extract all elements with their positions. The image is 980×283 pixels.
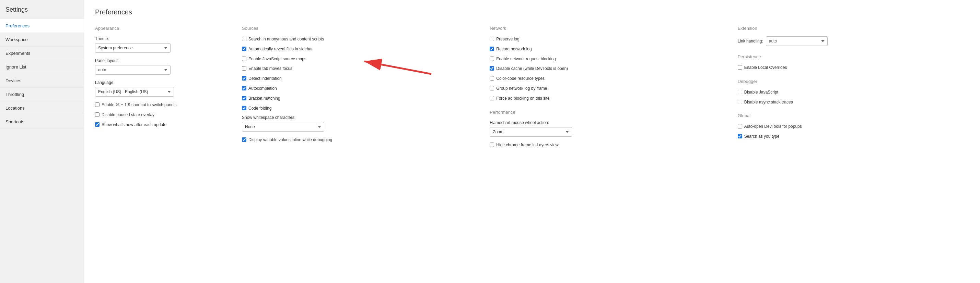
checkbox-autocompletion: Autocompletion: [242, 85, 473, 92]
flamechart-label: Flamechart mouse wheel action:: [490, 120, 721, 125]
checkbox-js-source-maps-input[interactable]: [242, 57, 247, 61]
sidebar: Settings Preferences Workspace Experimen…: [0, 0, 84, 283]
checkbox-anonymous-input[interactable]: [242, 37, 247, 41]
checkbox-search-type-input[interactable]: [738, 134, 742, 138]
checkbox-group-network: Group network log by frame: [490, 85, 721, 92]
panel-layout-label: Panel layout:: [95, 58, 226, 63]
sidebar-item-ignore-list[interactable]: Ignore List: [0, 60, 84, 74]
checkbox-anonymous-label[interactable]: Search in anonymous and content scripts: [248, 36, 324, 42]
checkbox-js-source-maps: Enable JavaScript source maps: [242, 56, 473, 62]
checkbox-local-overrides: Enable Local Overrides: [738, 65, 969, 71]
checkbox-local-overrides-input[interactable]: [738, 65, 742, 70]
checkbox-code-folding-label[interactable]: Code folding: [248, 106, 271, 111]
checkbox-preserve-log: Preserve log: [490, 36, 721, 42]
checkbox-tab-focus-label[interactable]: Enable tab moves focus: [248, 66, 292, 72]
checkbox-bracket-label[interactable]: Bracket matching: [248, 96, 280, 101]
checkbox-detect-indent-label[interactable]: Detect indentation: [248, 76, 282, 82]
language-label: Language:: [95, 80, 226, 85]
sidebar-item-shortcuts[interactable]: Shortcuts: [0, 115, 84, 129]
checkbox-record-network-label[interactable]: Record network log: [496, 46, 531, 52]
whitespace-select[interactable]: None All Trailing: [242, 122, 324, 131]
whitespace-label: Show whitespace characters:: [242, 115, 473, 120]
checkbox-autocompletion-input[interactable]: [242, 86, 247, 90]
checkbox-debug-inline: Display variable values inline while deb…: [242, 137, 473, 143]
checkbox-autocompletion-label[interactable]: Autocompletion: [248, 85, 277, 92]
content-area: Appearance Theme: System preference Ligh…: [95, 24, 969, 152]
checkbox-preserve-log-label[interactable]: Preserve log: [496, 36, 519, 42]
theme-label: Theme:: [95, 36, 226, 41]
checkbox-detect-indent: Detect indentation: [242, 76, 473, 82]
checkbox-js-source-maps-label[interactable]: Enable JavaScript source maps: [248, 56, 306, 62]
panel-layout-group: Panel layout: auto horizontal vertical: [95, 58, 226, 75]
checkbox-network-blocking-input[interactable]: [490, 57, 494, 61]
checkbox-debug-inline-input[interactable]: [242, 138, 247, 142]
sidebar-item-locations[interactable]: Locations: [0, 101, 84, 115]
checkbox-paused-state-input[interactable]: [95, 112, 100, 117]
language-group: Language: English (US) - English (US) Sp…: [95, 80, 226, 96]
sources-section: Sources Search in anonymous and content …: [242, 24, 473, 147]
checkbox-hide-chrome-input[interactable]: [490, 142, 494, 147]
checkbox-color-code-input[interactable]: [490, 76, 494, 81]
checkbox-force-ad-blocking: Force ad blocking on this site: [490, 96, 721, 101]
sections-grid: Appearance Theme: System preference Ligh…: [95, 24, 969, 152]
checkbox-record-network: Record network log: [490, 46, 721, 52]
checkbox-code-folding-input[interactable]: [242, 106, 247, 110]
sidebar-item-devices[interactable]: Devices: [0, 74, 84, 88]
checkbox-disable-async-input[interactable]: [738, 100, 742, 104]
checkbox-detect-indent-input[interactable]: [242, 76, 247, 81]
checkbox-shortcut-input[interactable]: [95, 103, 100, 107]
checkbox-preserve-log-input[interactable]: [490, 37, 494, 41]
page-title: Preferences: [95, 8, 969, 16]
checkbox-disable-cache-input[interactable]: [490, 66, 494, 71]
checkbox-force-ad-blocking-label[interactable]: Force ad blocking on this site: [496, 96, 549, 101]
checkbox-disable-async: Disable async stack traces: [738, 100, 969, 105]
flamechart-select[interactable]: Zoom Scroll: [490, 127, 572, 137]
checkbox-whats-new-label[interactable]: Show what's new after each update: [102, 122, 166, 128]
network-section: Network Preserve log Record network log …: [490, 24, 721, 152]
checkbox-disable-async-label[interactable]: Disable async stack traces: [744, 100, 793, 105]
checkbox-group-network-label[interactable]: Group network log by frame: [496, 85, 547, 92]
checkbox-auto-open-input[interactable]: [738, 124, 742, 128]
checkbox-disable-js-label[interactable]: Disable JavaScript: [744, 89, 778, 95]
checkbox-disable-cache: Disable cache (while DevTools is open): [490, 66, 721, 72]
extension-section: Extension Link handling: auto Screen Dev…: [738, 24, 969, 144]
checkbox-whats-new-input[interactable]: [95, 122, 100, 127]
checkbox-disable-cache-label[interactable]: Disable cache (while DevTools is open): [496, 66, 568, 72]
checkbox-auto-open-label[interactable]: Auto-open DevTools for popups: [744, 124, 802, 130]
checkbox-code-folding: Code folding: [242, 106, 473, 111]
checkbox-anonymous: Search in anonymous and content scripts: [242, 36, 473, 42]
sidebar-item-experiments[interactable]: Experiments: [0, 47, 84, 60]
checkbox-shortcut-label[interactable]: Enable ⌘ + 1-9 shortcut to switch panels: [102, 102, 177, 108]
checkbox-shortcut: Enable ⌘ + 1-9 shortcut to switch panels: [95, 102, 226, 108]
panel-layout-select[interactable]: auto horizontal vertical: [95, 65, 170, 75]
checkbox-hide-chrome-label[interactable]: Hide chrome frame in Layers view: [496, 142, 558, 148]
checkbox-search-type-label[interactable]: Search as you type: [744, 134, 780, 139]
sidebar-item-throttling[interactable]: Throttling: [0, 88, 84, 101]
checkbox-disable-js: Disable JavaScript: [738, 89, 969, 95]
checkbox-reveal-files-label[interactable]: Automatically reveal files in sidebar: [248, 46, 313, 52]
language-select[interactable]: English (US) - English (US) Spanish Fren…: [95, 87, 174, 96]
theme-select[interactable]: System preference Light Dark: [95, 43, 170, 53]
checkbox-group-network-input[interactable]: [490, 86, 494, 90]
checkbox-bracket-input[interactable]: [242, 96, 247, 100]
sidebar-item-preferences[interactable]: Preferences: [0, 19, 84, 33]
sidebar-item-workspace[interactable]: Workspace: [0, 33, 84, 47]
theme-group: Theme: System preference Light Dark: [95, 36, 226, 53]
link-handling-select[interactable]: auto Screen DevTools: [766, 36, 828, 46]
checkbox-debug-inline-label[interactable]: Display variable values inline while deb…: [248, 137, 332, 143]
checkbox-reveal-files-input[interactable]: [242, 47, 247, 51]
checkbox-color-code-label[interactable]: Color-code resource types: [496, 76, 544, 82]
checkbox-record-network-input[interactable]: [490, 47, 494, 51]
checkbox-disable-js-input[interactable]: [738, 90, 742, 94]
checkbox-paused-state-label[interactable]: Disable paused state overlay: [102, 112, 154, 118]
checkbox-reveal-files: Automatically reveal files in sidebar: [242, 46, 473, 52]
checkbox-hide-chrome: Hide chrome frame in Layers view: [490, 142, 721, 148]
whitespace-group: Show whitespace characters: None All Tra…: [242, 115, 473, 131]
link-handling-row: Link handling: auto Screen DevTools: [738, 36, 969, 46]
checkbox-network-blocking-label[interactable]: Enable network request blocking: [496, 56, 555, 62]
appearance-title: Appearance: [95, 26, 226, 31]
checkbox-network-blocking: Enable network request blocking: [490, 56, 721, 62]
checkbox-local-overrides-label[interactable]: Enable Local Overrides: [744, 65, 787, 71]
checkbox-force-ad-blocking-input[interactable]: [490, 96, 494, 100]
checkbox-tab-focus-input[interactable]: [242, 66, 247, 71]
